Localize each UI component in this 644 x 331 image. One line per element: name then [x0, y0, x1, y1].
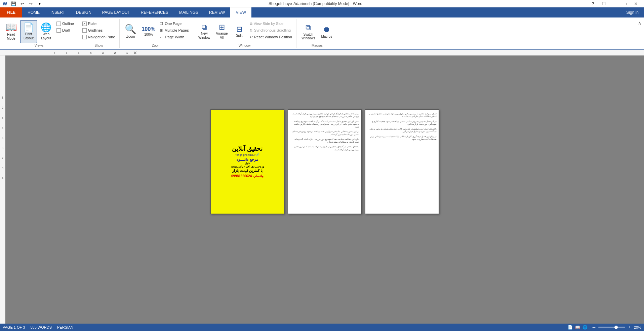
navigation-pane-checkbox[interactable] [82, 35, 87, 39]
tab-insert[interactable]: INSERT [45, 7, 71, 17]
page-3-para-2: در این فصل همچنین به روش‌شناسی تحقیق پرد… [367, 120, 437, 126]
ruler-v-5: 5 [2, 136, 3, 140]
read-mode-icon: 📖 [5, 23, 17, 32]
page-3-para-3: یافته‌های اصلی این پژوهش در چند محور قاب… [367, 127, 437, 133]
navigation-pane-button[interactable]: Navigation Pane [81, 34, 117, 40]
switch-windows-button[interactable]: ⧉ SwitchWindows [299, 20, 318, 43]
synchronous-scrolling-button[interactable]: ⇅ Synchronous Scrolling [248, 27, 293, 34]
view-side-by-side-icon: ⧉ [250, 22, 252, 26]
print-layout-button[interactable]: 📄 PrintLayout [20, 20, 37, 43]
page-info: PAGE 1 OF 3 [3, 325, 25, 329]
multiple-pages-button[interactable]: ⊞ Multiple Pages [158, 27, 190, 34]
minimize-button[interactable]: ─ [609, 0, 620, 7]
page-3-content: فصل دوم این تحقیق به بررسی مبانی نظری می… [365, 110, 439, 145]
window-options: ⧉ View Side by Side ⇅ Synchronous Scroll… [248, 20, 293, 40]
ruler-button[interactable]: ✓ Ruler [81, 20, 117, 27]
help-button[interactable]: ? [588, 0, 598, 7]
tab-references[interactable]: REFERENCES [135, 7, 174, 17]
page-width-button[interactable]: ↔ Page Width [158, 34, 190, 40]
redo-button[interactable]: ↪ [27, 0, 35, 7]
close-button[interactable]: ✕ [631, 0, 641, 7]
zoom-in-button[interactable]: + [627, 324, 633, 330]
document-page-1[interactable]: تحقیق آنلاین Tahghighonline.ir 🔗 مرجع دا… [210, 109, 284, 214]
tab-view[interactable]: VIEW [230, 7, 251, 17]
ruler-num-1: 1 [121, 51, 133, 54]
arrange-all-button[interactable]: ⊞ ArrangeAll [213, 20, 230, 43]
web-layout-status-button[interactable]: 🌐 [582, 324, 588, 330]
gridlines-checkbox[interactable] [82, 28, 87, 33]
view-side-by-side-label: View Side by Side [254, 22, 283, 26]
ruler-v-1: 1 [2, 96, 3, 99]
zoom-out-button[interactable]: ─ [591, 324, 597, 330]
split-button[interactable]: ⊟ Split [231, 20, 248, 43]
reset-window-label: Reset Window Position [254, 35, 292, 39]
tab-mailings[interactable]: MAILINGS [174, 7, 204, 17]
document-page-3[interactable]: فصل دوم این تحقیق به بررسی مبانی نظری می… [365, 109, 439, 214]
page-2-para-1: موضوعات مختلفی از فرهنگ ایرانی در این تح… [290, 112, 359, 118]
ruler-num-5: 5 [73, 51, 85, 54]
tab-design[interactable]: DESIGN [71, 7, 97, 17]
one-page-icon: ☐ [160, 22, 163, 26]
macros-button[interactable]: ⏺ Macros [318, 20, 335, 43]
title-bar: W 💾 ↩ ↪ ▾ Shegeftihaye-Adarinesh [Compat… [0, 0, 644, 7]
draft-button[interactable]: Draft [55, 27, 75, 34]
document-area[interactable]: تحقیق آنلاین Tahghighonline.ir 🔗 مرجع دا… [5, 56, 644, 324]
restore-button[interactable]: ❐ [598, 0, 609, 7]
view-side-by-side-button[interactable]: ⧉ View Side by Side [248, 20, 293, 27]
print-layout-icon: 📄 [23, 23, 34, 32]
ruler-num-3: 3 [97, 51, 109, 54]
zoom-button[interactable]: 🔍 Zoom [122, 20, 139, 43]
page-2-para-5: محققان مختلف دیدگاه‌های متفاوتی در این ز… [290, 145, 359, 151]
synchronous-scrolling-label: Synchronous Scrolling [254, 28, 291, 32]
page-3-para-4: در پایان این فصل نتیجه‌گیری کلی از مطالب… [367, 135, 437, 141]
switch-windows-label: SwitchWindows [301, 33, 315, 40]
view-mode-buttons: 📄 📖 🌐 [567, 324, 588, 330]
ruler-center-marker[interactable]: ✕ [133, 50, 137, 56]
maximize-button[interactable]: □ [620, 0, 631, 7]
ruler-checkbox[interactable]: ✓ [82, 22, 87, 26]
zoom-icon: 🔍 [125, 25, 136, 34]
reset-window-position-button[interactable]: ↩ Reset Window Position [248, 34, 293, 40]
zoom-slider[interactable] [598, 327, 625, 328]
zoom-slider-thumb[interactable] [614, 326, 618, 329]
one-page-button[interactable]: ☐ One Page [158, 20, 190, 27]
ribbon-collapse-button[interactable]: ∧ [635, 19, 644, 27]
outline-checkbox[interactable] [56, 22, 61, 26]
draft-checkbox[interactable] [56, 28, 61, 33]
undo-button[interactable]: ↩ [18, 0, 26, 7]
split-icon: ⊟ [236, 26, 242, 33]
switch-macros-content: ⧉ SwitchWindows ⏺ Macros [299, 20, 335, 43]
show-checkboxes: ✓ Ruler Gridlines Navigation Pane [81, 20, 117, 40]
tab-review[interactable]: REVIEW [204, 7, 230, 17]
ruler-num-6: 6 [61, 51, 73, 54]
horizontal-ruler: 7 6 5 4 3 2 1 ✕ [0, 50, 644, 56]
ruler-v-2: 2 [2, 106, 3, 109]
zoom-100-label: 100% [144, 33, 153, 37]
page-width-label: Page Width [165, 35, 185, 39]
gridlines-button[interactable]: Gridlines [81, 27, 117, 34]
read-mode-status-button[interactable]: 📖 [575, 324, 581, 330]
tab-file[interactable]: FILE [0, 7, 22, 17]
gridlines-label: Gridlines [88, 28, 103, 32]
page-2-para-3: در این بخش به تحلیل داده‌های جمع‌آوری شد… [290, 130, 359, 136]
zoom-100-icon: 100% [142, 27, 156, 32]
ruler-v-4: 4 [2, 126, 3, 130]
print-layout-label: PrintLayout [24, 32, 34, 40]
tab-page-layout[interactable]: PAGE LAYOUT [97, 7, 135, 17]
zoom-100-button[interactable]: 100% 100% [140, 20, 158, 43]
tab-home[interactable]: HOME [22, 7, 45, 17]
read-mode-button[interactable]: 📖 ReadMode [3, 20, 19, 43]
status-right: 📄 📖 🌐 ─ + 20% [567, 324, 641, 330]
views-group-label: Views [3, 43, 75, 47]
print-layout-status-button[interactable]: 📄 [567, 324, 573, 330]
page-2-para-2: بخش اول این تحقیق شامل مقدمه‌ای است که د… [290, 120, 359, 128]
save-button[interactable]: 💾 [10, 0, 17, 7]
outline-button[interactable]: Outline [55, 20, 75, 27]
new-window-button[interactable]: ⧉ NewWindow [196, 20, 213, 43]
one-page-label: One Page [165, 22, 182, 26]
web-layout-icon: 🌐 [41, 23, 51, 32]
web-layout-button[interactable]: 🌐 WebLayout [38, 20, 54, 43]
customize-qa-button[interactable]: ▾ [36, 0, 43, 7]
sign-in-link[interactable]: Sign in [621, 7, 644, 17]
document-page-2[interactable]: موضوعات مختلفی از فرهنگ ایرانی در این تح… [288, 109, 362, 214]
